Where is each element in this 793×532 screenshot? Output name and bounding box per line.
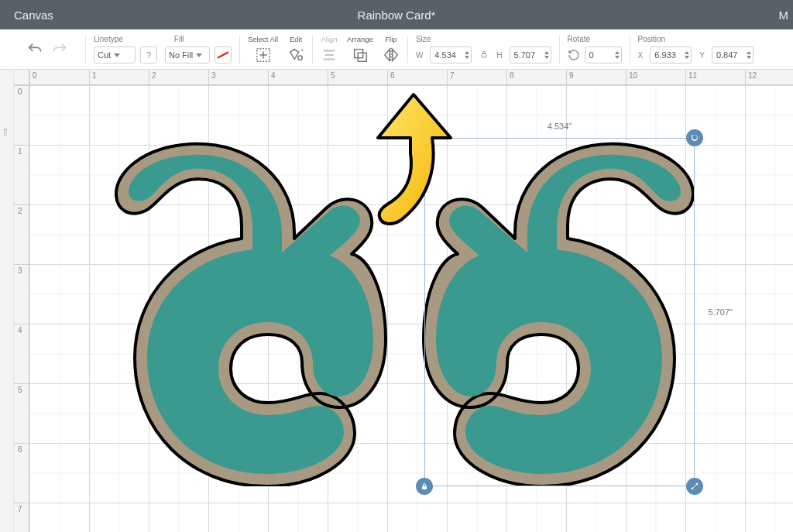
canvas-area[interactable]: 0 1 2 3 4 5 6 7 8 9 10 11 12 13 0 1 2 3 … [14, 70, 793, 532]
edit-icon [287, 46, 304, 63]
y-input[interactable]: 0.847 [712, 46, 754, 63]
x-input[interactable]: 6.933 [650, 46, 692, 63]
select-all-button[interactable]: Select All [243, 35, 283, 63]
canvas-grid[interactable]: 4.534" 5.707" [29, 85, 793, 532]
ruler-corner [14, 70, 29, 85]
svg-rect-9 [358, 53, 366, 61]
ruler-vertical: 0 1 2 3 4 5 6 7 [14, 85, 29, 532]
title-bar: Canvas Rainbow Card* M [0, 0, 793, 29]
flip-button[interactable]: Flip [378, 35, 404, 63]
canvas-label: Canvas [14, 9, 53, 22]
linetype-label: Linetype [94, 35, 123, 43]
svg-rect-8 [355, 50, 363, 58]
toolbar: Linetype Fill Cut ? No Fill Select All E… [0, 29, 793, 70]
undo-icon[interactable] [26, 41, 43, 58]
edit-button[interactable]: Edit [283, 35, 309, 63]
fill-select[interactable]: No Fill [165, 46, 210, 63]
lock-aspect-icon[interactable] [479, 49, 489, 61]
selection-height-label: 5.707" [709, 307, 733, 317]
svg-rect-11 [482, 54, 486, 58]
fill-label: Fill [174, 35, 184, 43]
selection-box[interactable]: 4.534" 5.707" [424, 138, 695, 486]
linetype-help-button[interactable]: ? [140, 46, 157, 63]
workspace: ns 0 1 2 3 4 5 6 7 8 9 10 11 12 13 0 1 2… [0, 70, 793, 532]
linetype-select[interactable]: Cut [94, 46, 136, 63]
rotate-group: Rotate 0 [563, 29, 627, 69]
document-title: Rainbow Card* [0, 9, 793, 22]
height-input[interactable]: 5.707 [510, 46, 551, 63]
titlebar-right: M [779, 9, 789, 22]
redo-icon[interactable] [51, 41, 68, 58]
fill-swatch[interactable] [215, 46, 232, 63]
align-icon [321, 46, 338, 63]
select-all-icon [255, 46, 272, 63]
svg-line-13 [692, 484, 697, 489]
selection-width-label: 4.534" [548, 122, 572, 131]
rotate-input[interactable]: 0 [585, 46, 622, 63]
flip-icon [383, 46, 400, 63]
svg-rect-12 [422, 486, 427, 490]
lock-handle[interactable] [416, 478, 433, 495]
callout-arrow [369, 90, 460, 228]
arrange-button[interactable]: Arrange [342, 35, 378, 63]
position-group: Position X 6.933 Y 0.847 [633, 29, 758, 69]
rotate-handle[interactable] [686, 129, 703, 146]
side-panel-strip[interactable]: ns [0, 70, 14, 532]
arrange-icon [352, 46, 369, 63]
align-button: Align [316, 35, 342, 63]
design-shape-left[interactable] [113, 139, 388, 486]
ruler-horizontal: 0 1 2 3 4 5 6 7 8 9 10 11 12 13 [29, 70, 793, 85]
rotate-icon[interactable] [568, 49, 580, 61]
svg-point-3 [298, 56, 303, 60]
side-tab-label: ns [2, 128, 9, 136]
width-input[interactable]: 4.534 [430, 46, 472, 63]
svg-line-4 [301, 50, 303, 51]
linetype-fill-group: Linetype Fill Cut ? No Fill [89, 29, 236, 69]
resize-handle[interactable] [686, 478, 703, 495]
size-group: Size W 4.534 H 5.707 [411, 29, 556, 69]
